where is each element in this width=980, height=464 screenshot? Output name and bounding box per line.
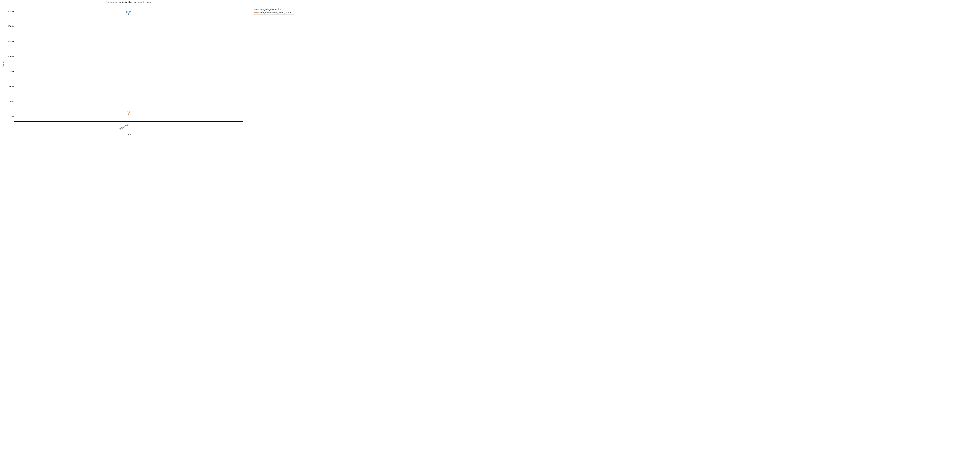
chart-title: Contracts on Safe Abstractions in core [14,1,243,4]
y-tick-label: 500 [9,85,13,88]
legend-item: total_safe_abstractions [254,8,293,11]
y-axis-label: Count [2,6,5,121]
data-point [128,113,129,115]
figure: Contracts on Safe Abstractions in core C… [0,0,302,136]
y-tick-label: 1750 [8,10,13,12]
y-tick-label: 1500 [8,25,13,27]
y-tick-label: 750 [9,70,13,73]
y-tick [13,86,14,87]
y-tick-label: 0 [11,115,13,118]
data-point-label: 1704 [126,11,131,13]
x-tick-label: 2025-01-01 [119,123,130,131]
legend-swatch [254,8,259,10]
plot-area: 025050075010001250150017502025-01-011704… [14,6,243,121]
legend: total_safe_abstractionssafe_abstractions… [253,7,294,15]
legend-label: safe_abstractions_under_contract [260,11,293,14]
x-axis-label: Date [14,133,243,136]
y-tick [13,26,14,27]
y-tick-label: 250 [9,100,13,102]
data-point [128,13,129,15]
y-tick-label: 1000 [8,55,13,57]
legend-swatch [254,11,259,13]
legend-label: total_safe_abstractions [260,8,282,10]
y-tick [13,56,14,57]
data-point-label: 41 [127,111,130,113]
y-tick-label: 1250 [8,40,13,43]
y-tick [13,116,14,117]
legend-item: safe_abstractions_under_contract [254,11,293,14]
